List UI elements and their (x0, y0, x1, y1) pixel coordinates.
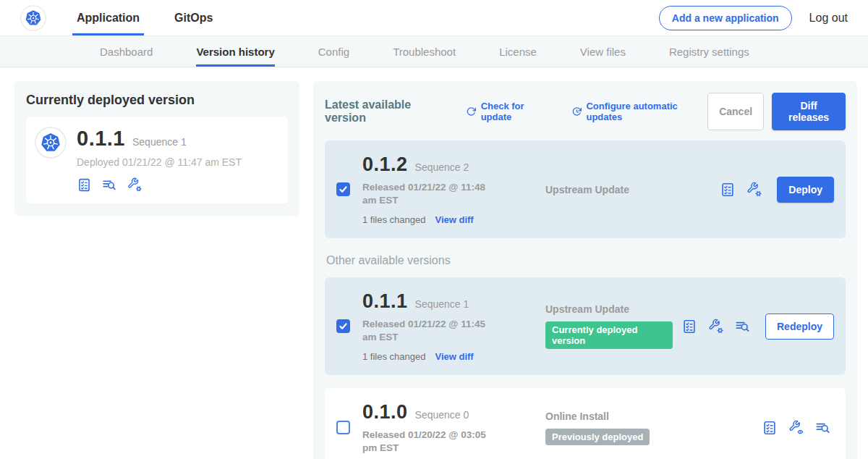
edit-config-icon[interactable] (127, 177, 142, 193)
check-for-update-link[interactable]: Check for update (466, 101, 553, 122)
previously-deployed-badge: Previously deployed (545, 429, 650, 445)
subnav-registry-settings[interactable]: Registry settings (669, 36, 749, 67)
subnav-version-history[interactable]: Version history (196, 36, 274, 67)
preflight-checklist-icon[interactable] (720, 182, 736, 198)
deploy-button[interactable]: Deploy (777, 177, 834, 203)
logout-button[interactable]: Log out (809, 12, 848, 25)
preflight-checklist-icon[interactable] (762, 420, 778, 436)
check-for-update-label: Check for update (481, 101, 553, 122)
version-number: 0.1.1 (362, 290, 408, 313)
version-row-0-1-0: 0.1.0 Sequence 0 Released 01/20/22 @ 03:… (325, 388, 846, 459)
version-row-0-1-1: 0.1.1 Sequence 1 Released 01/21/22 @ 11:… (325, 277, 846, 375)
currently-deployed-badge: Currently deployed version (545, 321, 673, 349)
view-config-icon[interactable] (788, 419, 804, 436)
deployed-timestamp: Deployed 01/21/22 @ 11:47 am EST (77, 156, 242, 168)
version-source-label: Online Install (545, 410, 753, 422)
files-changed-label: 1 files changed (362, 351, 425, 362)
app-section-subnav: Dashboard Version history Config Trouble… (0, 36, 868, 67)
tab-gitops[interactable]: GitOps (170, 0, 217, 35)
currently-deployed-title: Currently deployed version (26, 93, 288, 108)
view-logs-icon[interactable] (101, 177, 117, 193)
version-history-panel: Latest available version Check for updat… (313, 81, 857, 459)
tab-application[interactable]: Application (72, 0, 144, 35)
deployed-sequence-label: Sequence 1 (132, 136, 187, 148)
checkmark-icon (338, 321, 349, 332)
version-number: 0.1.2 (362, 153, 408, 176)
version-source-label: Upstream Update (545, 184, 711, 195)
edit-config-icon[interactable] (746, 181, 762, 198)
tab-application-label: Application (77, 12, 140, 25)
sequence-label: Sequence 0 (415, 409, 469, 421)
view-logs-icon[interactable] (734, 318, 751, 334)
version-checkbox[interactable] (336, 319, 350, 333)
refresh-icon (466, 106, 477, 117)
subnav-dashboard[interactable]: Dashboard (100, 36, 153, 67)
subnav-troubleshoot[interactable]: Troubleshoot (393, 36, 456, 67)
version-checkbox[interactable] (336, 421, 350, 434)
edit-config-icon[interactable] (707, 318, 724, 334)
preflight-checklist-icon[interactable] (77, 177, 92, 193)
checkmark-icon (338, 184, 349, 195)
version-row-0-1-2: 0.1.2 Sequence 2 Released 01/21/22 @ 11:… (325, 140, 846, 238)
app-tabs: Application GitOps (72, 0, 217, 35)
redeploy-button[interactable]: Redeploy (765, 313, 834, 340)
released-timestamp: Released 01/21/22 @ 11:48 am EST (362, 181, 501, 206)
configure-updates-label: Configure automatic updates (586, 101, 707, 122)
application-icon (35, 127, 67, 193)
version-checkbox[interactable] (336, 182, 350, 196)
add-new-application-button[interactable]: Add a new application (659, 6, 792, 30)
deployed-version-number: 0.1.1 (77, 127, 125, 151)
latest-available-title: Latest available version (325, 98, 447, 125)
sequence-label: Sequence 1 (415, 298, 469, 310)
files-changed-label: 1 files changed (362, 214, 425, 225)
view-logs-icon[interactable] (814, 419, 831, 436)
auto-update-clock-icon (571, 106, 582, 117)
subnav-config[interactable]: Config (318, 36, 349, 67)
latest-available-header: Latest available version Check for updat… (325, 93, 846, 130)
sequence-label: Sequence 2 (415, 161, 469, 173)
cancel-button[interactable]: Cancel (707, 93, 764, 130)
version-number: 0.1.0 (362, 401, 408, 424)
preflight-checklist-icon[interactable] (681, 319, 697, 334)
other-versions-title: Other available versions (326, 254, 846, 267)
released-timestamp: Released 01/21/22 @ 11:45 am EST (362, 318, 501, 343)
released-timestamp: Released 01/20/22 @ 03:05 pm EST (362, 429, 501, 454)
top-navigation-bar: Application GitOps Add a new application… (0, 0, 868, 36)
view-diff-link[interactable]: View diff (435, 214, 473, 225)
view-diff-link[interactable]: View diff (435, 351, 473, 362)
tab-gitops-label: GitOps (174, 12, 213, 25)
diff-releases-button[interactable]: Diff releases (772, 93, 846, 130)
version-source-label: Upstream Update (545, 303, 673, 315)
kubernetes-logo (20, 0, 46, 35)
subnav-view-files[interactable]: View files (580, 36, 626, 67)
configure-automatic-updates-link[interactable]: Configure automatic updates (571, 101, 708, 122)
deployed-version-card: 0.1.1 Sequence 1 Deployed 01/21/22 @ 11:… (26, 117, 288, 204)
currently-deployed-panel: Currently deployed version 0.1.1 Sequenc… (14, 81, 299, 216)
subnav-license[interactable]: License (499, 36, 537, 67)
